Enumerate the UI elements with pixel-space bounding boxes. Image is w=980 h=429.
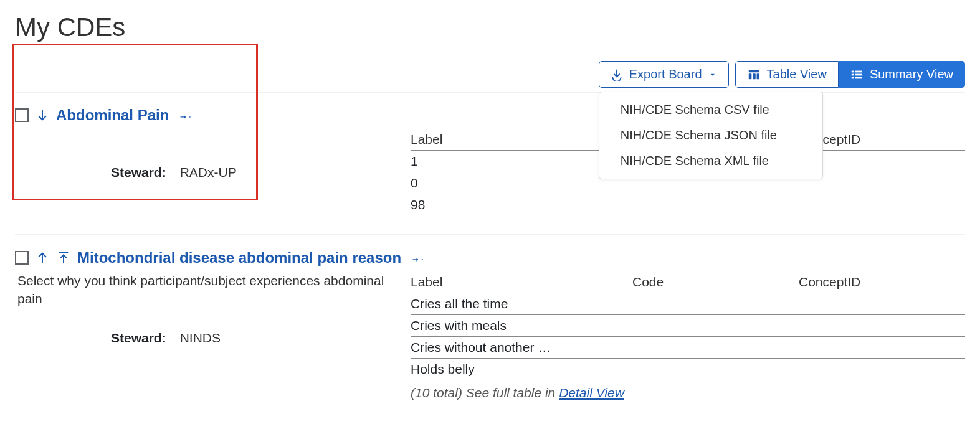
cde-description: Select why you think participant/subject… (17, 271, 386, 308)
cde-title-link[interactable]: Abdominal Pain (56, 106, 169, 124)
cde-meta: Select why you think participant/subject… (15, 271, 386, 400)
export-wrapper: Export Board NIH/CDE Schema CSV file NIH… (599, 61, 729, 88)
detail-view-link[interactable]: Detail View (559, 385, 624, 400)
move-up-icon[interactable] (35, 250, 50, 265)
move-down-icon[interactable] (35, 108, 50, 123)
table-row: Cries without another … (411, 337, 965, 359)
table-footnote: (10 total) See full table in Detail View (411, 380, 965, 400)
export-option-csv[interactable]: NIH/CDE Schema CSV file (599, 97, 822, 123)
table-row: Cries all the time (411, 293, 965, 315)
table-icon (747, 68, 761, 82)
cde-header: Mitochondrial disease abdominal pain rea… (15, 249, 965, 266)
select-checkbox[interactable] (15, 108, 29, 122)
svg-rect-6 (852, 73, 854, 75)
cde-item: Mitochondrial disease abdominal pain rea… (15, 235, 965, 419)
values-table: Label Code ConceptID Cries all the time … (411, 271, 965, 380)
table-row: 98 (411, 194, 965, 216)
steward-label: Steward: (111, 331, 166, 346)
svg-rect-0 (748, 70, 759, 72)
steward-label: Steward: (111, 165, 166, 180)
cde-meta: Steward: RADx-UP (15, 129, 386, 215)
summary-view-label: Summary View (870, 67, 953, 82)
table-row: Cries with meals (411, 315, 965, 337)
select-checkbox[interactable] (15, 251, 29, 265)
pin-icon[interactable] (180, 109, 193, 121)
svg-rect-2 (753, 73, 756, 79)
table-view-button[interactable]: Table View (735, 61, 839, 88)
cde-table-wrapper: Label Code ConceptID Cries all the time … (411, 271, 965, 400)
view-toggle-group: Table View Summary View (735, 61, 965, 88)
svg-rect-7 (855, 73, 862, 75)
svg-rect-4 (852, 70, 854, 72)
move-to-top-icon[interactable] (56, 250, 71, 265)
cde-title-link[interactable]: Mitochondrial disease abdominal pain rea… (77, 249, 401, 266)
export-dropdown: NIH/CDE Schema CSV file NIH/CDE Schema J… (599, 92, 823, 179)
cde-body: Select why you think participant/subject… (15, 271, 965, 400)
page-title: My CDEs (15, 12, 965, 42)
export-option-json[interactable]: NIH/CDE Schema JSON file (599, 123, 822, 148)
table-view-label: Table View (767, 67, 827, 82)
svg-rect-9 (855, 77, 862, 78)
export-board-button[interactable]: Export Board (599, 61, 729, 88)
caret-down-icon (708, 70, 717, 79)
export-option-xml[interactable]: NIH/CDE Schema XML file (599, 148, 822, 174)
pin-icon[interactable] (412, 252, 425, 264)
svg-rect-1 (748, 73, 751, 79)
list-icon (850, 68, 863, 82)
export-board-label: Export Board (629, 67, 702, 82)
steward-value: RADx-UP (180, 165, 237, 180)
col-conceptid: ConceptID (799, 129, 965, 151)
footnote-text: (10 total) See full table in (411, 385, 559, 400)
summary-view-button[interactable]: Summary View (839, 61, 965, 88)
col-label: Label (411, 271, 632, 293)
col-code: Code (632, 271, 799, 293)
download-icon (611, 68, 623, 81)
toolbar: Export Board NIH/CDE Schema CSV file NIH… (15, 61, 965, 88)
col-conceptid: ConceptID (799, 271, 965, 293)
svg-rect-8 (852, 77, 854, 78)
table-row: Holds belly (411, 359, 965, 380)
svg-rect-3 (756, 73, 759, 79)
steward-value: NINDS (180, 331, 221, 346)
svg-rect-5 (855, 70, 862, 72)
